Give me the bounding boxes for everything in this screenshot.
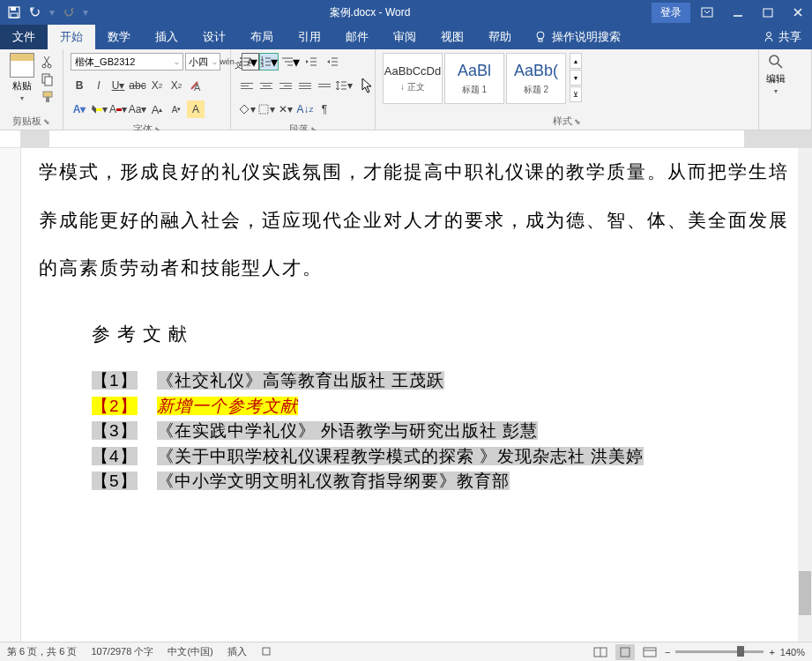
strikethrough-button[interactable]: abc xyxy=(129,77,146,94)
word-count[interactable]: 107/2978 个字 xyxy=(91,645,153,658)
font-group: 楷体_GB2312⌵ 小四⌵ wén文 A B I U▾ abc X2 X2 A… xyxy=(63,49,231,130)
zoom-slider[interactable] xyxy=(675,650,764,653)
clear-format-button[interactable]: A xyxy=(187,77,205,94)
page-indicator[interactable]: 第 6 页，共 6 页 xyxy=(7,645,77,658)
bullet-list-button[interactable]: ▾ xyxy=(238,53,257,71)
style-scroll-up[interactable]: ▴ xyxy=(570,53,582,69)
line-spacing-button[interactable]: ▾ xyxy=(335,77,353,94)
menu-mailings[interactable]: 邮件 xyxy=(333,25,381,49)
zoom-level[interactable]: 140% xyxy=(780,647,805,657)
subscript-button[interactable]: X2 xyxy=(148,77,166,94)
borders-button[interactable]: ▾ xyxy=(257,100,275,118)
page-view[interactable]: 学模式，形成良好的礼仪实践氛围，才能提高中职礼仪课的教学质量。从而把学生培养成能… xyxy=(21,148,812,643)
styles-expand-icon[interactable]: ⬊ xyxy=(574,117,581,126)
find-button[interactable]: 编辑 ▾ xyxy=(766,53,786,95)
char-scale-button[interactable]: Aa▾ xyxy=(129,100,146,118)
shrink-font-button[interactable]: A▾ xyxy=(168,100,185,118)
minimize-icon[interactable] xyxy=(724,0,752,25)
svg-rect-14 xyxy=(45,77,52,85)
style-normal[interactable]: AaBbCcDd ↓ 正文 xyxy=(383,53,443,104)
search-placeholder: 操作说明搜索 xyxy=(552,29,621,45)
reference-item: 【2】新增一个参考文献 xyxy=(92,394,794,420)
superscript-button[interactable]: X2 xyxy=(168,77,185,94)
svg-rect-3 xyxy=(702,8,712,17)
font-name-select[interactable]: 楷体_GB2312⌵ xyxy=(71,53,183,71)
show-marks-button[interactable]: ¶ xyxy=(316,100,333,118)
bold-button[interactable]: B xyxy=(71,77,88,94)
number-list-button[interactable]: 123▾ xyxy=(259,53,279,71)
language-indicator[interactable]: 中文(中国) xyxy=(168,645,212,658)
reference-item: 【3】《在实践中学礼仪》 外语教学与研究出版社 彭慧 xyxy=(92,419,794,444)
font-color-button[interactable]: A▾ xyxy=(109,100,127,118)
svg-point-43 xyxy=(770,56,778,64)
insert-mode[interactable]: 插入 xyxy=(227,645,247,658)
editing-group: 编辑 ▾ xyxy=(759,49,812,130)
macro-indicator[interactable] xyxy=(261,646,272,658)
clipboard-expand-icon[interactable]: ⬊ xyxy=(43,117,50,126)
svg-point-22 xyxy=(240,64,242,66)
menu-help[interactable]: 帮助 xyxy=(476,25,524,49)
menu-insert[interactable]: 插入 xyxy=(143,25,190,49)
menu-view[interactable]: 视图 xyxy=(428,25,476,49)
save-icon[interactable] xyxy=(7,5,21,19)
style-heading1[interactable]: AaBl 标题 1 xyxy=(444,53,504,104)
menu-math[interactable]: 数学 xyxy=(95,25,143,49)
read-mode-button[interactable] xyxy=(591,644,610,660)
maximize-icon[interactable] xyxy=(754,0,782,25)
share-button[interactable]: 共享 xyxy=(763,29,801,45)
paste-button[interactable]: 粘贴 ▾ xyxy=(7,53,36,102)
close-icon[interactable] xyxy=(784,0,812,25)
menu-bar: 文件 开始 数学 插入 设计 布局 引用 邮件 审阅 视图 帮助 操作说明搜索 … xyxy=(0,25,812,49)
format-painter-icon[interactable] xyxy=(40,90,56,104)
asian-layout-button[interactable]: ✕▾ xyxy=(277,100,294,118)
menu-layout[interactable]: 布局 xyxy=(238,25,286,49)
increase-indent-button[interactable] xyxy=(323,53,342,71)
vertical-ruler[interactable] xyxy=(0,148,21,643)
menu-design[interactable]: 设计 xyxy=(190,25,238,49)
svg-point-20 xyxy=(240,61,242,63)
print-layout-button[interactable] xyxy=(615,644,635,660)
cut-icon[interactable] xyxy=(40,55,56,69)
align-right-button[interactable] xyxy=(277,77,294,94)
style-scroll-down[interactable]: ▾ xyxy=(570,70,582,85)
title-bar: ▾ ▾ 案例.docx - Word 登录 xyxy=(0,0,812,25)
web-layout-button[interactable] xyxy=(640,644,659,660)
enclose-char-button[interactable]: A xyxy=(187,100,205,118)
horizontal-ruler[interactable] xyxy=(0,130,812,148)
align-center-button[interactable] xyxy=(257,77,275,94)
zoom-out-button[interactable]: − xyxy=(665,647,670,657)
redo-icon[interactable] xyxy=(62,5,76,19)
style-expand[interactable]: ⊻ xyxy=(570,86,582,102)
text-effects-button[interactable]: A▾ xyxy=(71,100,88,118)
font-size-select[interactable]: 小四⌵ xyxy=(185,53,220,71)
menu-file[interactable]: 文件 xyxy=(0,25,48,49)
ribbon-options-icon[interactable] xyxy=(692,0,722,25)
menu-review[interactable]: 审阅 xyxy=(381,25,428,49)
login-button[interactable]: 登录 xyxy=(652,3,690,23)
highlight-button[interactable]: ▾ xyxy=(90,100,108,118)
decrease-indent-button[interactable] xyxy=(302,53,321,71)
multilevel-list-button[interactable]: ▾ xyxy=(280,53,300,71)
undo-icon[interactable] xyxy=(28,5,42,19)
search-icon xyxy=(767,53,785,71)
ribbon: 粘贴 ▾ 剪贴板⬊ 楷体_GB2312⌵ 小四⌵ wén文 A B I U▾ xyxy=(0,49,812,130)
align-justify-button[interactable] xyxy=(296,77,314,94)
style-heading2[interactable]: AaBb( 标题 2 xyxy=(506,53,566,104)
scroll-thumb[interactable] xyxy=(799,571,811,615)
italic-button[interactable]: I xyxy=(90,77,108,94)
shading-button[interactable]: ▾ xyxy=(238,100,256,118)
vertical-scrollbar[interactable] xyxy=(798,148,812,643)
document-area: 学模式，形成良好的礼仪实践氛围，才能提高中职礼仪课的教学质量。从而把学生培养成能… xyxy=(0,148,812,643)
menu-references[interactable]: 引用 xyxy=(286,25,333,49)
lightbulb-icon xyxy=(534,31,547,43)
sort-button[interactable]: A↓Z xyxy=(296,100,314,118)
align-left-button[interactable] xyxy=(238,77,256,94)
tell-me-search[interactable]: 操作说明搜索 xyxy=(524,29,631,45)
copy-icon[interactable] xyxy=(40,72,56,86)
svg-rect-9 xyxy=(539,39,542,41)
align-distributed-button[interactable] xyxy=(316,77,333,94)
grow-font-button[interactable]: A▴ xyxy=(148,100,166,118)
zoom-in-button[interactable]: + xyxy=(769,647,774,657)
underline-button[interactable]: U▾ xyxy=(109,77,127,94)
menu-home[interactable]: 开始 xyxy=(48,25,95,49)
